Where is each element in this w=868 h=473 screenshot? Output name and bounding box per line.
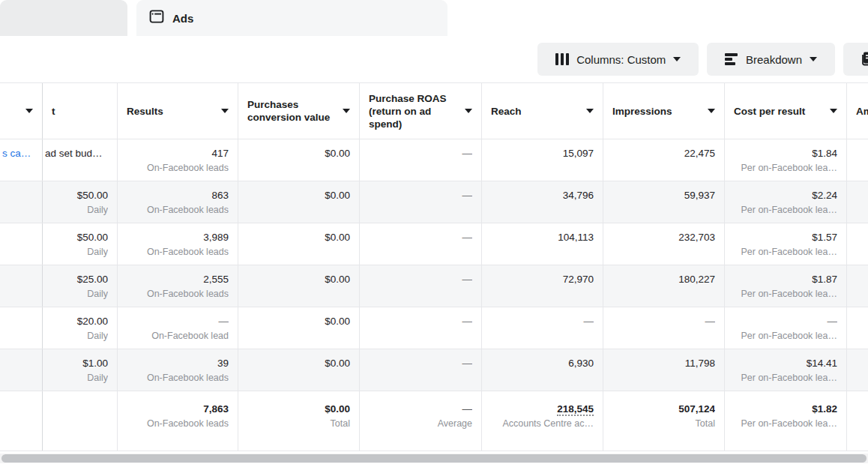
results-cell: 3,989 On-Facebook leads	[118, 223, 238, 265]
reports-button[interactable]	[843, 43, 868, 76]
table-row[interactable]: $50.00 Daily 863 On-Facebook leads $0.00…	[0, 181, 868, 223]
impressions-cell: 59,937	[603, 181, 725, 223]
results-cell: 39 On-Facebook leads	[118, 349, 238, 391]
amount-spent-cell	[847, 307, 868, 349]
sort-caret-icon	[465, 109, 472, 113]
tab-ads-label: Ads	[172, 12, 193, 25]
header-purchases-conversion-value[interactable]: Purchases conversion value	[238, 83, 360, 139]
horizontal-scrollbar-thumb[interactable]	[1, 454, 867, 463]
sort-caret-icon	[586, 109, 594, 113]
columns-button-label: Columns: Custom	[576, 53, 666, 66]
name-cell	[0, 223, 43, 265]
results-cell: — On-Facebook lead	[118, 307, 238, 349]
budget-cell: $1.00 Daily	[43, 349, 118, 391]
cost-per-result-cell: $2.24 Per on-Facebook lea…	[725, 181, 847, 223]
results-cell: 2,555 On-Facebook leads	[118, 265, 238, 307]
header-reach[interactable]: Reach	[482, 83, 603, 139]
reach-cell: —	[482, 307, 603, 349]
sort-caret-icon	[830, 109, 837, 113]
amount-spent-total-cell	[847, 391, 868, 451]
table-row[interactable]: $1.00 Daily 39 On-Facebook leads $0.00 —…	[0, 349, 868, 391]
purchases-conversion-value-cell: $0.00	[238, 181, 360, 223]
breakdown-button[interactable]: Breakdown	[707, 43, 835, 76]
amount-spent-cell	[847, 181, 868, 223]
header-cost-per-result[interactable]: Cost per result	[725, 83, 847, 139]
name-cell	[0, 391, 43, 451]
name-cell	[0, 181, 43, 223]
reach-cell: 6,930	[482, 349, 603, 391]
reach-cell: 72,970	[482, 265, 603, 307]
amount-spent-cell	[847, 139, 868, 181]
columns-button[interactable]: Columns: Custom	[537, 43, 699, 76]
reach-cell: 15,097	[482, 139, 603, 181]
purchase-roas-total-cell: — Average	[360, 391, 482, 451]
reach-total-cell: 218,545 Accounts Centre ac…	[482, 391, 603, 451]
cost-per-result-cell: $1.57 Per on-Facebook lea…	[725, 223, 847, 265]
header-name-column[interactable]	[0, 83, 43, 139]
amount-spent-cell	[847, 265, 868, 307]
name-cell	[0, 265, 43, 307]
header-impressions[interactable]: Impressions	[603, 83, 725, 139]
header-budget[interactable]: t	[43, 83, 118, 139]
purchase-roas-cell: —	[360, 181, 482, 223]
campaign-name-link[interactable]: s ca…	[2, 148, 31, 159]
budget-cell: $25.00 Daily	[43, 265, 118, 307]
breakdown-icon	[725, 53, 738, 65]
reach-cell: 104,113	[482, 223, 603, 265]
table-row[interactable]: $25.00 Daily 2,555 On-Facebook leads $0.…	[0, 265, 868, 307]
tab-bar: Ads	[0, 0, 868, 36]
table-row[interactable]: s ca… ad set bud… 417 On-Facebook leads …	[0, 139, 868, 181]
purchase-roas-cell: —	[360, 307, 482, 349]
header-amount-spent[interactable]: Am	[847, 83, 868, 139]
amount-spent-cell	[847, 223, 868, 265]
impressions-cell: 232,703	[603, 223, 725, 265]
ads-manager-screen: Ads Columns: Custom Breakdown	[0, 0, 868, 473]
purchases-conversion-value-cell: $0.00	[238, 349, 360, 391]
table-header-row: t Results Purchases conversion value Pur…	[0, 82, 868, 139]
reach-cell: 34,796	[482, 181, 603, 223]
toolbar: Columns: Custom Breakdown	[0, 36, 868, 82]
tab-adsets-partial[interactable]	[0, 0, 127, 36]
cost-per-result-cell: $14.41 Per on-Facebook lea…	[725, 349, 847, 391]
name-cell[interactable]: s ca…	[0, 139, 43, 181]
cost-per-result-total-cell: $1.82 Per on-Facebook lea…	[725, 391, 847, 451]
purchases-conversion-value-cell: $0.00	[238, 265, 360, 307]
budget-total-cell	[43, 391, 118, 451]
purchase-roas-cell: —	[360, 139, 482, 181]
impressions-cell: 11,798	[603, 349, 725, 391]
impressions-cell: 180,227	[603, 265, 725, 307]
ads-window-icon	[149, 9, 164, 27]
purchases-conversion-value-cell: $0.00	[238, 139, 360, 181]
header-purchase-roas[interactable]: Purchase ROAS (return on ad spend)	[360, 83, 482, 139]
budget-cell: $50.00 Daily	[43, 223, 118, 265]
table-row[interactable]: $20.00 Daily — On-Facebook lead $0.00 — …	[0, 307, 868, 349]
reach-total-value[interactable]: 218,545	[557, 403, 594, 416]
horizontal-scrollbar-track[interactable]	[0, 454, 868, 463]
table-row[interactable]: $50.00 Daily 3,989 On-Facebook leads $0.…	[0, 223, 868, 265]
header-results[interactable]: Results	[118, 83, 238, 139]
results-cell: 863 On-Facebook leads	[118, 181, 238, 223]
results-total-cell: 7,863 On-Facebook leads	[118, 391, 238, 451]
impressions-cell: 22,475	[603, 139, 725, 181]
breakdown-button-label: Breakdown	[746, 53, 802, 66]
sort-caret-icon	[708, 109, 715, 113]
budget-cell: $20.00 Daily	[43, 307, 118, 349]
amount-spent-cell	[847, 349, 868, 391]
cost-per-result-cell: $1.84 Per on-Facebook lea…	[725, 139, 847, 181]
purchase-roas-cell: —	[360, 349, 482, 391]
impressions-total-cell: 507,124 Total	[603, 391, 725, 451]
ads-table: t Results Purchases conversion value Pur…	[0, 82, 868, 451]
sort-caret-icon	[343, 109, 350, 113]
purchases-conversion-value-cell: $0.00	[238, 307, 360, 349]
cost-per-result-cell: $1.87 Per on-Facebook lea…	[725, 265, 847, 307]
budget-cell: $50.00 Daily	[43, 181, 118, 223]
purchase-roas-cell: —	[360, 265, 482, 307]
name-cell	[0, 307, 43, 349]
tab-ads[interactable]: Ads	[136, 0, 447, 36]
totals-row: 7,863 On-Facebook leads $0.00 Total — Av…	[0, 391, 868, 451]
sort-caret-icon	[25, 109, 33, 113]
purchase-roas-cell: —	[360, 223, 482, 265]
purchases-conversion-value-cell: $0.00	[238, 223, 360, 265]
results-cell: 417 On-Facebook leads	[118, 139, 238, 181]
reports-icon	[859, 50, 868, 69]
